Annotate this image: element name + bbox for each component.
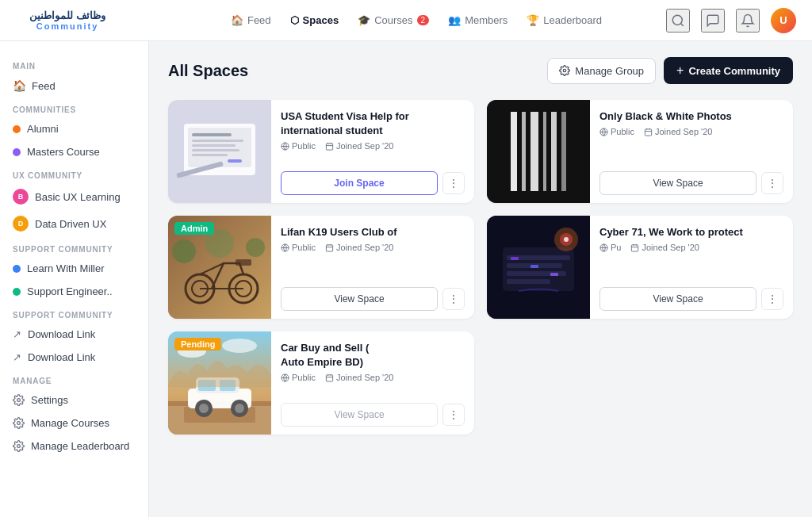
sidebar-item-alumni[interactable]: Alumni [0,117,148,140]
more-button-3[interactable]: ⋮ [442,288,465,310]
sidebar-item-miller[interactable]: Learn With Miller [0,257,148,280]
space-card-5: Pending Car Buy and Sell (Auto Empire BD… [168,331,474,435]
svg-rect-13 [192,154,228,156]
main-content: All Spaces Manage Group + Create Communi… [149,41,812,517]
visibility-1: Public [281,141,316,151]
space-thumbnail-3: Admin [168,216,271,319]
create-community-button[interactable]: + Create Community [664,57,793,84]
svg-rect-86 [326,375,332,381]
logo: وظائف للمواطنين Community [16,10,119,31]
nav-leaderboard[interactable]: 🏆 Leaderboard [527,14,602,26]
sidebar: MAIN 🏠 Feed COMMUNITIES Alumni Masters C… [0,41,149,517]
message-button[interactable] [701,9,725,33]
header-actions: Manage Group + Create Community [547,57,793,84]
svg-rect-9 [192,133,232,136]
space-name-5: Car Buy and Sell (Auto Empire BD) [281,341,465,370]
manage-icon [559,65,570,76]
joined-1: Joined Sep '20 [325,141,393,151]
nav-feed[interactable]: 🏠 Feed [231,14,271,26]
svg-rect-25 [530,112,538,191]
spaces-icon: ⬡ [290,14,299,26]
svg-rect-28 [561,112,566,191]
space-actions-3: View Space ⋮ [281,287,465,311]
user-avatar[interactable]: U [771,8,796,33]
svg-rect-42 [236,259,251,266]
sidebar-item-support-eng[interactable]: Support Engineer.. [0,280,148,303]
sidebar-item-download2[interactable]: ↗ Download Link [0,346,148,369]
svg-line-1 [680,23,683,25]
nav-courses[interactable]: 🎓 Courses 2 [358,14,429,26]
more-button-5[interactable]: ⋮ [442,404,465,426]
svg-rect-26 [543,112,546,191]
sidebar-item-manage-leaderboard[interactable]: Manage Leaderboard [0,435,148,458]
alumni-dot [13,125,21,133]
arrow-icon-1: ↗ [13,328,21,340]
logo-community: Community [36,21,99,31]
bell-icon [741,13,755,28]
space-name-3: Lifan K19 Users Club of [281,225,465,239]
svg-rect-59 [530,265,538,268]
space-card-1: USA Student Visa Help for international … [168,100,474,203]
sidebar-item-feed[interactable]: 🏠 Feed [0,74,148,98]
sidebar-item-download1[interactable]: ↗ Download Link [0,323,148,346]
sidebar-item-data-ux[interactable]: D Data Driven UX [0,210,148,237]
space-meta-5: Public Joined Sep '20 [281,373,465,382]
leaderboard-icon: 🏆 [527,14,539,26]
space-info-4: Cyber 71, We Work to protect Pu Joined S… [590,216,793,319]
settings-icon [13,394,25,406]
nav-members[interactable]: 👥 Members [448,14,508,26]
more-button-2[interactable]: ⋮ [761,172,783,194]
svg-point-83 [222,339,257,353]
svg-point-2 [17,399,21,402]
svg-point-43 [172,239,196,263]
visibility-3: Public [281,243,316,252]
view-space-button-3[interactable]: View Space [281,287,438,311]
space-name-2: Only Black & White Photos [599,109,783,124]
search-button[interactable] [666,9,690,33]
svg-rect-58 [511,257,519,260]
miller-dot [13,265,21,273]
sidebar-item-masters[interactable]: Masters Course [0,140,148,163]
space-thumbnail-4 [487,216,590,319]
support-dot [13,288,21,296]
view-space-button-2[interactable]: View Space [599,171,756,195]
visibility-5: Public [281,373,316,382]
svg-rect-66 [632,245,638,251]
joined-4: Joined Sep '20 [630,243,699,252]
visibility-4: Pu [599,243,621,252]
nav-icons: U [666,8,796,33]
svg-rect-57 [507,279,550,284]
more-button-4[interactable]: ⋮ [761,288,783,310]
svg-rect-27 [551,112,557,191]
visibility-2: Public [599,127,634,136]
svg-point-81 [235,404,244,413]
space-info-5: Car Buy and Sell (Auto Empire BD) Public… [271,331,474,435]
top-nav: وظائف للمواطنين Community 🏠 Feed ⬡ Space… [0,0,812,41]
sidebar-item-settings[interactable]: Settings [0,389,148,412]
view-space-button-4[interactable]: View Space [599,287,756,311]
space-name-1: USA Student Visa Help for international … [281,109,465,138]
nav-spaces[interactable]: ⬡ Spaces [290,14,339,26]
space-info-2: Only Black & White Photos Public Joined … [590,100,793,203]
sidebar-item-manage-courses[interactable]: Manage Courses [0,412,148,435]
more-button-1[interactable]: ⋮ [442,172,465,194]
space-actions-4: View Space ⋮ [599,287,783,311]
space-card-2: Only Black & White Photos Public Joined … [487,100,793,203]
message-icon [706,13,720,28]
sidebar-section-communities: COMMUNITIES [0,98,148,117]
svg-point-4 [17,445,21,448]
pending-badge-5: Pending [174,338,221,350]
svg-rect-48 [326,245,332,251]
join-space-button-1[interactable]: Join Space [281,171,438,195]
view-space-button-5[interactable]: View Space [281,403,438,427]
svg-rect-10 [192,140,243,142]
data-ux-avatar: D [13,216,29,232]
notification-button[interactable] [736,9,760,33]
space-thumbnail-1 [168,100,271,203]
sidebar-section-main: MAIN [0,54,148,74]
manage-group-button[interactable]: Manage Group [547,58,656,84]
plus-icon: + [676,63,684,78]
space-meta-1: Public Joined Sep '20 [281,141,465,151]
sidebar-item-basic-ux[interactable]: B Basic UX Learning [0,183,148,210]
space-card-4: Cyber 71, We Work to protect Pu Joined S… [487,216,793,319]
